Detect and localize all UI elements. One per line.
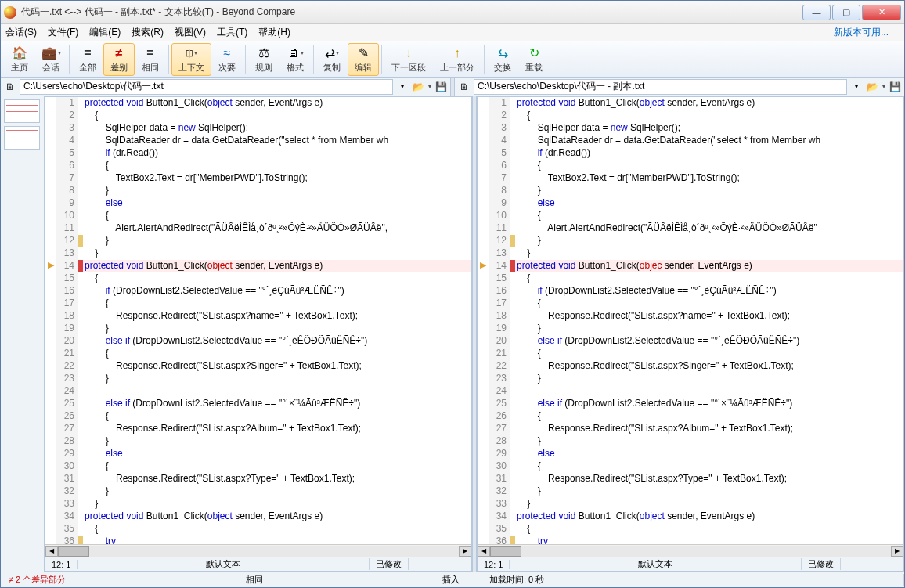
code-line[interactable]: 9 else [45, 197, 471, 210]
tb-prev[interactable]: ↑上一部分 [433, 43, 481, 76]
code-line[interactable]: 13 } [478, 247, 903, 260]
update-link[interactable]: 新版本可用... [834, 26, 889, 39]
code-line[interactable]: 33 } [478, 498, 903, 510]
code-line[interactable]: 22 Response.Redirect("SList.aspx?Singer=… [478, 360, 903, 373]
path-input-right[interactable] [474, 79, 847, 95]
code-line[interactable]: 28 } [478, 435, 903, 448]
tb-copy[interactable]: ⇄▾复制 [316, 43, 348, 76]
code-line[interactable]: 7 TextBox2.Text = dr["MemberPWD"].ToStri… [45, 172, 471, 185]
code-line[interactable]: ▶14protected void Button1_Click(objec se… [478, 260, 903, 272]
menu-file[interactable]: 文件(F) [48, 26, 78, 39]
code-line[interactable]: 5 if (dr.Read()) [478, 147, 903, 160]
menu-session[interactable]: 会话(S) [5, 26, 37, 39]
code-line[interactable]: 34protected void Button1_Click(object se… [478, 510, 903, 523]
code-line[interactable]: 26 { [45, 410, 471, 423]
file-icon[interactable]: 🗎 [4, 81, 16, 93]
code-line[interactable]: 33 } [45, 498, 471, 510]
code-line[interactable]: 25 else if (DropDownList2.SelectedValue … [478, 398, 903, 410]
code-line[interactable]: 12 } [478, 235, 903, 247]
code-line[interactable]: 35 { [478, 523, 903, 536]
code-line[interactable]: 11 Alert.AlertAndRedirect("ÃÜÂëÌÊÌå¸ò´ðº… [45, 222, 471, 235]
menu-tools[interactable]: 工具(T) [217, 26, 247, 39]
thumbnail[interactable] [4, 99, 40, 123]
path-input-left[interactable] [20, 79, 393, 95]
code-line[interactable]: 13 } [45, 247, 471, 260]
code-line[interactable]: 16 if (DropDownList2.SelectedValue == "°… [45, 285, 471, 298]
close-button[interactable]: ✕ [862, 5, 901, 20]
code-line[interactable]: 19 } [478, 323, 903, 335]
code-line[interactable]: 12 } [45, 235, 471, 247]
code-line[interactable]: 26 { [478, 410, 903, 423]
code-line[interactable]: 1protected void Button1_Click(object sen… [45, 97, 471, 110]
scroll-left-icon[interactable]: ◀ [478, 546, 490, 557]
code-line[interactable]: 17 { [45, 298, 471, 310]
code-line[interactable]: 30 { [478, 460, 903, 473]
file-icon[interactable]: 🗎 [458, 81, 471, 93]
tb-home[interactable]: 🏠主页 [4, 43, 35, 76]
maximize-button[interactable]: ▢ [832, 5, 860, 20]
dropdown-icon[interactable]: ▾ [882, 83, 885, 90]
code-line[interactable]: 17 { [478, 298, 903, 310]
code-line[interactable]: 21 { [45, 348, 471, 360]
code-line[interactable]: 32 } [45, 485, 471, 498]
menu-edit[interactable]: 编辑(E) [89, 26, 121, 39]
scrollbar-h[interactable]: ◀▶ [45, 544, 471, 557]
code-line[interactable]: 2 { [478, 110, 903, 122]
browse-icon[interactable]: 📂 [412, 81, 424, 93]
code-line[interactable]: 7 TextBox2.Text = dr["MemberPWD"].ToStri… [478, 172, 903, 185]
tb-minor[interactable]: ≈次要 [211, 43, 243, 76]
code-line[interactable]: 21 { [478, 348, 903, 360]
tb-rules[interactable]: ⚖规则 [248, 43, 279, 76]
code-line[interactable]: 3 SqlHelper data = new SqlHelper(); [45, 122, 471, 135]
code-line[interactable]: 18 Response.Redirect("SList.aspx?name=" … [45, 310, 471, 323]
thumbnail[interactable] [4, 126, 40, 150]
scrollbar-h[interactable]: ◀▶ [478, 544, 903, 557]
scroll-right-icon[interactable]: ▶ [891, 546, 903, 557]
tb-session[interactable]: 💼▾会话 [35, 43, 67, 76]
tb-next[interactable]: ↓下一区段 [384, 43, 433, 76]
save-icon[interactable]: 💾 [434, 81, 447, 93]
menu-view[interactable]: 视图(V) [175, 26, 206, 39]
code-line[interactable]: 29 else [45, 448, 471, 460]
code-line[interactable]: 23 } [478, 373, 903, 385]
scroll-right-icon[interactable]: ▶ [459, 546, 471, 557]
code-line[interactable]: 8 } [45, 185, 471, 197]
code-line[interactable]: 20 else if (DropDownList2.SelectedValue … [45, 335, 471, 348]
code-editor-left[interactable]: 1protected void Button1_Click(object sen… [45, 97, 471, 544]
code-line[interactable]: 32 } [478, 485, 903, 498]
code-line[interactable]: 15 { [478, 272, 903, 285]
menu-search[interactable]: 搜索(R) [132, 26, 164, 39]
code-line[interactable]: 10 { [478, 210, 903, 222]
code-line[interactable]: 31 Response.Redirect("SList.aspx?Type=" … [45, 473, 471, 485]
code-line[interactable]: 4 SqlDataReader dr = data.GetDataReader(… [478, 135, 903, 147]
scroll-left-icon[interactable]: ◀ [45, 546, 58, 557]
minimize-button[interactable]: — [802, 5, 831, 20]
code-line[interactable]: 35 { [45, 523, 471, 536]
code-line[interactable]: 24 [45, 385, 471, 398]
code-line[interactable]: 25 else if (DropDownList2.SelectedValue … [45, 398, 471, 410]
code-line[interactable]: 1protected void Button1_Click(object sen… [478, 97, 903, 110]
code-line[interactable]: 22 Response.Redirect("SList.aspx?Singer=… [45, 360, 471, 373]
code-line[interactable]: 16 if (DropDownList2.SelectedValue == "°… [478, 285, 903, 298]
code-line[interactable]: 28 } [45, 435, 471, 448]
code-line[interactable]: 4 SqlDataReader dr = data.GetDataReader(… [45, 135, 471, 147]
dropdown-icon[interactable]: ▾ [850, 81, 863, 93]
code-line[interactable]: 6 { [478, 160, 903, 172]
code-line[interactable]: ▶14protected void Button1_Click(object s… [45, 260, 471, 272]
code-line[interactable]: 36 try [478, 536, 903, 544]
code-line[interactable]: 19 } [45, 323, 471, 335]
code-line[interactable]: 8 } [478, 185, 903, 197]
code-line[interactable]: 27 Response.Redirect("SList.aspx?Album="… [478, 423, 903, 435]
code-line[interactable]: 20 else if (DropDownList2.SelectedValue … [478, 335, 903, 348]
code-line[interactable]: 9 else [478, 197, 903, 210]
code-line[interactable]: 15 { [45, 272, 471, 285]
code-line[interactable]: 3 SqlHelper data = new SqlHelper(); [478, 122, 903, 135]
code-line[interactable]: 23 } [45, 373, 471, 385]
code-line[interactable]: 36 try [45, 536, 471, 544]
dropdown-icon[interactable]: ▾ [428, 83, 431, 90]
code-editor-right[interactable]: 1protected void Button1_Click(object sen… [478, 97, 903, 544]
tb-swap[interactable]: ⇆交换 [487, 43, 518, 76]
menu-help[interactable]: 帮助(H) [258, 26, 290, 39]
code-line[interactable]: 2 { [45, 110, 471, 122]
code-line[interactable]: 24 [478, 385, 903, 398]
